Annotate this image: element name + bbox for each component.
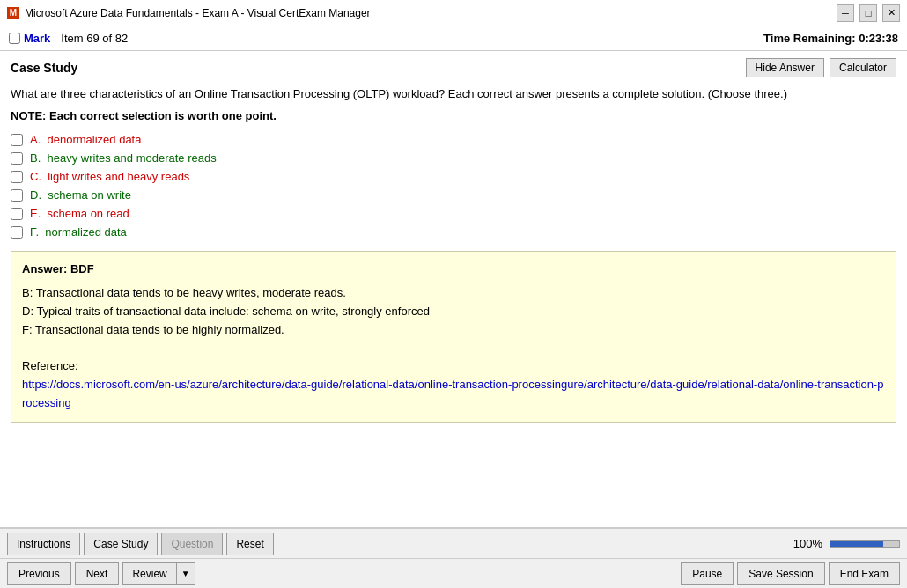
mark-checkbox[interactable] (9, 33, 20, 44)
option-row-c: C. light writes and heavy reads (11, 170, 896, 183)
hide-answer-button[interactable]: Hide Answer (746, 58, 824, 77)
close-button[interactable]: ✕ (882, 4, 900, 22)
section-title: Case Study (11, 61, 77, 75)
title-bar: M Microsoft Azure Data Fundamentals - Ex… (0, 0, 907, 26)
option-checkbox-e[interactable] (11, 208, 23, 220)
option-checkbox-d[interactable] (11, 189, 23, 202)
save-session-button[interactable]: Save Session (737, 562, 824, 585)
main-content: Case Study Hide Answer Calculator What a… (0, 51, 907, 528)
review-button[interactable]: Review (122, 562, 175, 585)
option-checkbox-a[interactable] (11, 134, 23, 146)
option-label-a: A. denormalized data (30, 133, 141, 146)
option-label-e: E. schema on read (30, 207, 129, 220)
option-row-d: D. schema on write (11, 188, 896, 202)
instructions-button[interactable]: Instructions (7, 533, 80, 555)
reference-label: Reference: (22, 357, 885, 376)
options-list: A. denormalized data B. heavy writes and… (11, 133, 896, 239)
minimize-button[interactable]: ─ (837, 4, 854, 22)
option-row-a: A. denormalized data (11, 133, 896, 146)
window-title: Microsoft Azure Data Fundamentals - Exam… (25, 7, 831, 19)
reference-url[interactable]: https://docs.microsoft.com/en-us/azure/a… (22, 378, 883, 409)
header-row: Mark Item 69 of 82 Time Remaining: 0:23:… (0, 26, 907, 51)
time-remaining: Time Remaining: 0:23:38 (763, 32, 898, 45)
answer-title: Answer: BDF (22, 261, 885, 279)
option-row-e: E. schema on read (11, 207, 896, 220)
review-dropdown-button[interactable]: ▼ (176, 562, 195, 585)
reset-button[interactable]: Reset (226, 533, 273, 555)
review-container: Review ▼ (122, 562, 195, 585)
zoom-slider[interactable] (830, 540, 900, 548)
question-button[interactable]: Question (161, 533, 223, 555)
pause-button[interactable]: Pause (681, 562, 734, 585)
option-label-b: B. heavy writes and moderate reads (30, 151, 217, 165)
header-buttons: Hide Answer Calculator (746, 58, 896, 77)
mark-label: Mark (24, 32, 50, 45)
previous-button[interactable]: Previous (7, 562, 71, 585)
option-label-d: D. schema on write (30, 188, 131, 202)
zoom-fill (830, 541, 883, 547)
option-row-f: F. normalized data (11, 225, 896, 239)
option-checkbox-c[interactable] (11, 171, 23, 183)
answer-box: Answer: BDF B: Transactional data tends … (11, 251, 896, 422)
note-text: NOTE: Each correct selection is worth on… (11, 109, 896, 122)
answer-line-3: F: Transactional data tends to be highly… (22, 321, 885, 340)
bottom-toolbar: Instructions Case Study Question Reset 1… (0, 528, 907, 558)
zoom-bar (830, 540, 900, 548)
nav-row: Previous Next Review ▼ Pause Save Sessio… (0, 558, 907, 588)
end-exam-button[interactable]: End Exam (829, 562, 900, 585)
option-row-b: B. heavy writes and moderate reads (11, 151, 896, 165)
question-text: What are three characteristics of an Onl… (11, 86, 896, 102)
answer-line-1: B: Transactional data tends to be heavy … (22, 284, 885, 303)
option-checkbox-f[interactable] (11, 226, 23, 239)
zoom-label: 100% (793, 537, 822, 550)
case-study-button[interactable]: Case Study (84, 533, 158, 555)
maximize-button[interactable]: □ (859, 4, 877, 22)
next-button[interactable]: Next (75, 562, 120, 585)
calculator-button[interactable]: Calculator (830, 58, 896, 77)
option-label-c: C. light writes and heavy reads (30, 170, 189, 183)
option-checkbox-b[interactable] (11, 152, 23, 165)
app-icon: M (7, 7, 19, 19)
section-header: Case Study Hide Answer Calculator (11, 58, 896, 77)
answer-line-2: D: Typical traits of transactional data … (22, 303, 885, 321)
option-label-f: F. normalized data (30, 225, 127, 239)
item-info: Item 69 of 82 (61, 32, 763, 45)
